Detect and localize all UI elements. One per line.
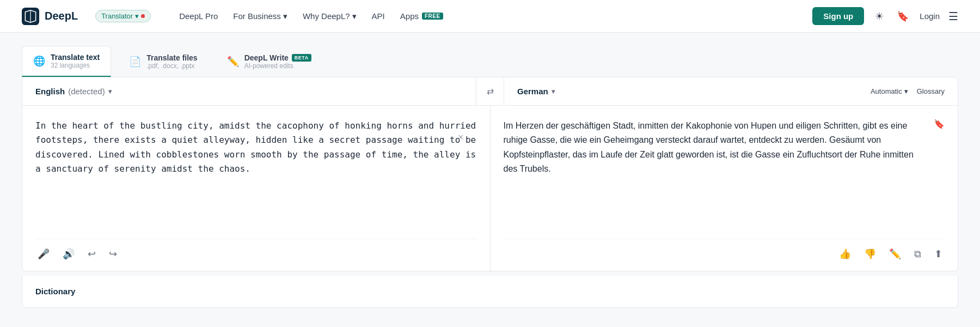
nav-deepl-pro[interactable]: DeepL Pro: [179, 11, 218, 21]
chevron-down-icon: ▾: [283, 11, 287, 21]
source-text-input[interactable]: In the heart of the bustling city, amids…: [35, 119, 477, 228]
chevron-down-icon: ▾: [352, 11, 357, 21]
tabs-section: 🌐 Translate text 32 languages 📄 Translat…: [0, 33, 980, 77]
nav-why-deepl[interactable]: Why DeepL? ▾: [303, 11, 357, 21]
menu-icon[interactable]: ☰: [948, 10, 958, 23]
target-bookmark-button[interactable]: 🔖: [934, 119, 945, 129]
detected-label: (detected): [68, 87, 105, 96]
undo-icon: ↩: [88, 248, 96, 260]
translator-container: English (detected) ▾ ⇄ German ▾ Automati…: [22, 77, 958, 271]
redo-icon: ↪: [109, 248, 117, 260]
nav: DeepL Pro For Business ▾ Why DeepL? ▾ AP…: [179, 11, 795, 21]
thumbs-up-icon: 👍: [839, 248, 851, 260]
login-link[interactable]: Login: [920, 11, 940, 21]
tab-subtitle: 32 languages: [51, 62, 100, 69]
free-badge: FREE: [422, 13, 443, 20]
automatic-label: Automatic: [871, 87, 902, 95]
redo-button[interactable]: ↪: [107, 246, 119, 262]
source-panel: In the heart of the bustling city, amids…: [22, 106, 491, 271]
share-button[interactable]: ⬆: [932, 246, 945, 262]
source-toolbar: 🎤 🔊 ↩ ↪: [35, 239, 477, 262]
translator-label: Translator: [101, 12, 133, 20]
copy-button[interactable]: ⧉: [912, 246, 923, 262]
tab-title: Translate files: [146, 53, 197, 62]
nav-api[interactable]: API: [372, 11, 385, 21]
swap-languages-button[interactable]: ⇄: [476, 77, 504, 105]
chevron-down-icon: ▾: [108, 88, 112, 95]
chevron-down-icon: ▾: [904, 87, 908, 95]
speaker-icon: 🔊: [63, 248, 75, 260]
chevron-down-icon: ▾: [552, 88, 555, 95]
dictionary-section: Dictionary: [22, 276, 958, 308]
bookmark-icon: 🔖: [934, 119, 945, 129]
nav-for-business[interactable]: For Business ▾: [233, 11, 287, 21]
logo[interactable]: DeepL: [22, 8, 78, 25]
sun-icon: ☀: [875, 10, 884, 22]
microphone-button[interactable]: 🎤: [35, 246, 52, 262]
nav-apps[interactable]: Apps FREE: [400, 11, 443, 21]
microphone-icon: 🎤: [38, 248, 50, 260]
deepl-logo-icon: [22, 8, 39, 25]
clear-button[interactable]: ×: [458, 132, 464, 143]
header-actions: Sign up ☀ 🔖 Login ☰: [812, 7, 958, 25]
bookmark-icon: 🔖: [897, 10, 909, 22]
translator-badge[interactable]: Translator ▾: [95, 10, 151, 22]
target-lang-selector[interactable]: German ▾: [517, 87, 555, 96]
tab-title: DeepL Write: [244, 53, 289, 62]
logo-text: DeepL: [45, 10, 78, 22]
source-lang-area: English (detected) ▾: [22, 87, 476, 96]
translated-text: Im Herzen der geschäftigen Stadt, inmitt…: [504, 119, 945, 230]
chevron-down-icon: ▾: [135, 12, 139, 20]
undo-button[interactable]: ↩: [85, 246, 98, 262]
status-dot: [141, 14, 145, 18]
tab-title: Translate text: [51, 53, 100, 62]
header: DeepL Translator ▾ DeepL Pro For Busines…: [0, 0, 980, 33]
share-icon: ⬆: [934, 248, 942, 260]
edit-icon: ✏️: [889, 248, 901, 260]
globe-icon: 🌐: [33, 55, 45, 67]
tab-subtitle: .pdf, .docx, .pptx: [146, 62, 197, 70]
theme-toggle-button[interactable]: ☀: [873, 8, 886, 25]
tab-subtitle: AI-powered edits: [244, 62, 311, 70]
tab-translate-text[interactable]: 🌐 Translate text 32 languages: [22, 46, 111, 77]
copy-icon: ⧉: [914, 249, 921, 260]
tab-translate-files[interactable]: 📄 Translate files .pdf, .docx, .pptx: [118, 46, 209, 77]
thumbs-down-icon: 👎: [864, 248, 876, 260]
thumbs-up-button[interactable]: 👍: [837, 246, 853, 262]
dictionary-title: Dictionary: [35, 287, 75, 296]
signup-button[interactable]: Sign up: [812, 7, 864, 25]
translation-panels: In the heart of the bustling city, amids…: [22, 106, 958, 271]
edit-translation-button[interactable]: ✏️: [887, 246, 903, 262]
glossary-link[interactable]: Glossary: [917, 87, 945, 95]
write-icon: ✏️: [227, 56, 239, 68]
source-lang-selector[interactable]: English (detected) ▾: [35, 87, 112, 96]
target-lang-label: German: [517, 87, 548, 96]
bookmark-button[interactable]: 🔖: [895, 8, 911, 25]
thumbs-down-button[interactable]: 👎: [862, 246, 878, 262]
beta-badge: BETA: [292, 54, 311, 62]
tab-deepl-write[interactable]: ✏️ DeepL Write BETA AI-powered edits: [216, 46, 323, 77]
automatic-selector[interactable]: Automatic ▾: [871, 87, 908, 95]
target-panel: 🔖 Im Herzen der geschäftigen Stadt, inmi…: [491, 106, 958, 271]
source-lang-label: English: [35, 87, 65, 96]
target-lang-area: German ▾ Automatic ▾ Glossary: [504, 87, 958, 96]
file-icon: 📄: [129, 56, 141, 68]
swap-icon: ⇄: [487, 86, 494, 96]
target-toolbar: 👍 👎 ✏️ ⧉ ⬆: [504, 239, 945, 262]
language-bar: English (detected) ▾ ⇄ German ▾ Automati…: [22, 77, 958, 106]
speaker-button[interactable]: 🔊: [60, 246, 77, 262]
